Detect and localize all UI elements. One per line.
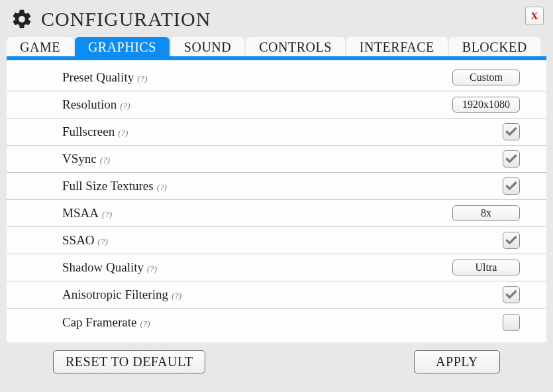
close-button[interactable]: X	[525, 7, 544, 25]
setting-label-text: VSync	[62, 152, 97, 166]
setting-row-fullscreen: Fullscreen(?)	[7, 119, 546, 146]
setting-row-shadow-quality: Shadow Quality(?)Ultra	[7, 254, 546, 281]
help-icon[interactable]: (?)	[100, 155, 110, 166]
help-icon[interactable]: (?)	[120, 101, 130, 111]
help-icon[interactable]: (?)	[137, 74, 147, 84]
tab-game[interactable]: GAME	[7, 37, 74, 56]
setting-row-anisotropic-filtering: Anisotropic Filtering(?)	[7, 281, 546, 309]
setting-row-msaa: MSAA(?)8x	[7, 200, 546, 227]
tab-label: INTERFACE	[360, 40, 434, 54]
setting-row-resolution: Resolution(?)1920x1080	[7, 91, 546, 119]
setting-row-cap-framerate: Cap Framerate(?)	[7, 309, 546, 336]
resolution-select[interactable]: 1920x1080	[452, 97, 520, 113]
tab-label: GRAPHICS	[88, 40, 156, 54]
setting-label: SSAO(?)	[62, 233, 108, 248]
window-header: CONFIGURATION	[0, 0, 553, 37]
setting-control	[448, 150, 520, 168]
setting-label: Resolution(?)	[62, 97, 130, 112]
cap-framerate-checkbox[interactable]	[503, 314, 520, 331]
setting-label-text: Anisotropic Filtering	[62, 287, 168, 302]
setting-row-vsync: VSync(?)	[7, 146, 546, 173]
setting-control	[448, 286, 520, 303]
setting-row-ssao: SSAO(?)	[7, 227, 546, 254]
setting-label-text: SSAO	[62, 233, 95, 248]
apply-button[interactable]: APPLY	[414, 350, 500, 373]
help-icon[interactable]: (?)	[102, 209, 112, 220]
help-icon[interactable]: (?)	[140, 318, 150, 329]
setting-control	[448, 123, 520, 140]
setting-label-text: Cap Framerate	[62, 315, 136, 330]
tab-bar: GAMEGRAPHICSSOUNDCONTROLSINTERFACEBLOCKE…	[0, 37, 553, 56]
setting-label: Anisotropic Filtering(?)	[62, 287, 181, 302]
setting-label: Fullscreen(?)	[62, 124, 128, 139]
tab-controls[interactable]: CONTROLS	[246, 37, 345, 56]
tab-label: BLOCKED	[462, 40, 527, 54]
gear-icon	[11, 8, 33, 30]
help-icon[interactable]: (?)	[157, 182, 167, 193]
preset-quality-select[interactable]: Custom	[452, 70, 520, 85]
vsync-checkbox[interactable]	[503, 150, 520, 168]
tab-label: SOUND	[184, 40, 231, 54]
setting-label: Shadow Quality(?)	[62, 260, 157, 275]
setting-control: Custom	[448, 70, 520, 85]
setting-label-text: Fullscreen	[62, 124, 115, 139]
setting-label-text: Full Size Textures	[62, 179, 154, 193]
setting-control: Ultra	[448, 260, 520, 275]
setting-control	[448, 232, 520, 249]
tab-label: GAME	[20, 40, 60, 54]
help-icon[interactable]: (?)	[172, 291, 181, 301]
setting-label-text: Preset Quality	[62, 70, 134, 85]
ssao-checkbox[interactable]	[503, 232, 520, 249]
fullscreen-checkbox[interactable]	[503, 123, 520, 140]
setting-control: 8x	[448, 205, 520, 221]
setting-label-text: MSAA	[62, 206, 99, 220]
setting-row-preset-quality: Preset Quality(?)Custom	[7, 64, 546, 91]
tab-blocked[interactable]: BLOCKED	[449, 37, 540, 56]
tab-interface[interactable]: INTERFACE	[346, 37, 448, 56]
setting-label-text: Shadow Quality	[62, 260, 144, 275]
msaa-select[interactable]: 8x	[452, 205, 520, 221]
settings-panel: Preset Quality(?)CustomResolution(?)1920…	[7, 60, 546, 342]
setting-label: Full Size Textures(?)	[62, 179, 167, 193]
tab-graphics[interactable]: GRAPHICS	[75, 37, 170, 56]
anisotropic-filtering-checkbox[interactable]	[503, 286, 520, 303]
reset-to-default-button[interactable]: RESET TO DEFAULT	[53, 350, 205, 373]
tab-sound[interactable]: SOUND	[171, 37, 244, 56]
shadow-quality-select[interactable]: Ultra	[452, 260, 520, 275]
help-icon[interactable]: (?)	[147, 264, 157, 274]
setting-label: Preset Quality(?)	[62, 70, 147, 85]
setting-control	[448, 177, 520, 195]
setting-label: Cap Framerate(?)	[62, 315, 150, 330]
setting-label-text: Resolution	[62, 97, 117, 112]
help-icon[interactable]: (?)	[118, 128, 128, 138]
configuration-window: CONFIGURATION X GAMEGRAPHICSSOUNDCONTROL…	[0, 0, 553, 392]
setting-row-full-size-textures: Full Size Textures(?)	[7, 173, 546, 200]
footer: RESET TO DEFAULT APPLY	[0, 342, 553, 373]
tab-label: CONTROLS	[259, 40, 332, 54]
setting-control	[448, 314, 520, 331]
window-title: CONFIGURATION	[41, 8, 211, 30]
help-icon[interactable]: (?)	[98, 236, 108, 247]
setting-label: VSync(?)	[62, 152, 110, 166]
setting-control: 1920x1080	[448, 97, 520, 113]
full-size-textures-checkbox[interactable]	[503, 177, 520, 195]
setting-label: MSAA(?)	[62, 206, 112, 220]
